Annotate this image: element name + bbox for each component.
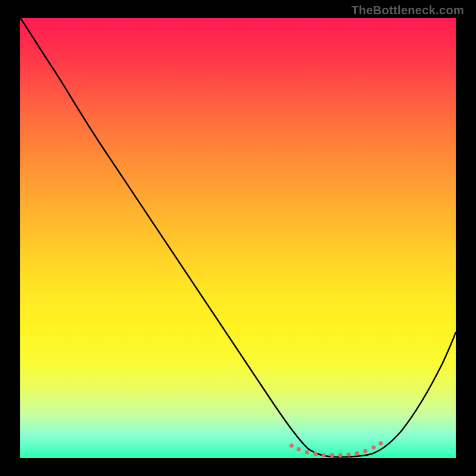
svg-point-7 [347,453,351,457]
watermark-text: TheBottleneck.com [351,4,464,17]
svg-point-5 [330,453,334,458]
svg-point-6 [339,453,343,458]
svg-point-11 [379,441,383,446]
svg-point-4 [322,453,326,458]
svg-point-1 [297,447,301,452]
svg-point-9 [364,449,368,453]
svg-point-0 [290,444,294,448]
curve-svg [20,18,456,458]
svg-point-3 [314,452,318,456]
bottleneck-curve [20,18,456,457]
svg-point-10 [372,446,376,450]
chart-container: TheBottleneck.com [0,0,476,476]
svg-point-2 [305,450,309,455]
svg-point-8 [355,452,359,456]
plot-area [20,18,456,458]
